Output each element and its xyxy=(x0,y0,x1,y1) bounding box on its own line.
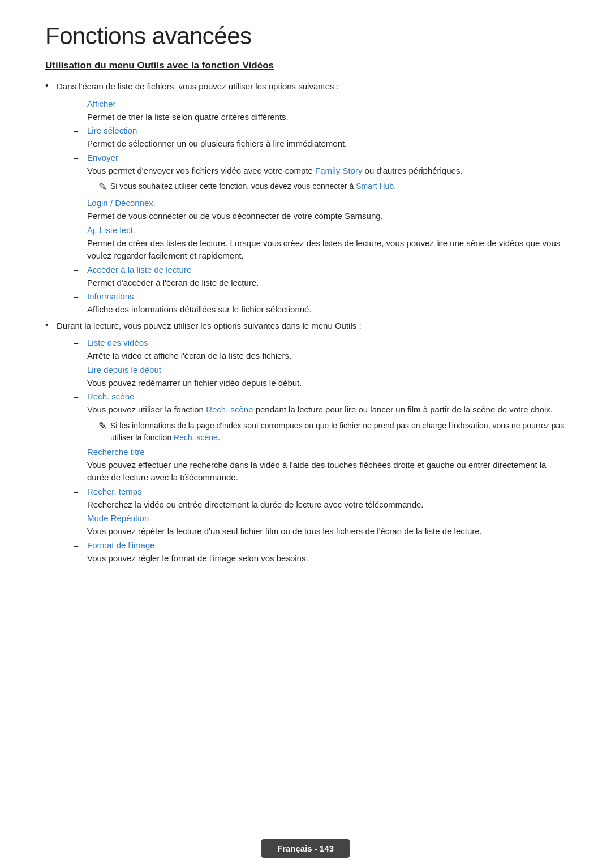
list-item: Login / Déconnex. Permet de vous connect… xyxy=(74,198,566,223)
link-recher-temps[interactable]: Recher. temps xyxy=(87,487,142,496)
bullet1-intro: Dans l'écran de liste de fichiers, vous … xyxy=(57,80,566,93)
sub-item-desc-afficher: Permet de trier la liste selon quatre cr… xyxy=(87,111,566,124)
section-title: Utilisation du menu Outils avec la fonct… xyxy=(45,60,566,71)
link-rech-scene-note[interactable]: Rech. scène xyxy=(174,433,218,442)
note-text-envoyer: Si vous souhaitez utiliser cette fonctio… xyxy=(110,181,396,192)
link-deconnex[interactable]: Déconnex. xyxy=(115,198,156,208)
list-item: Format de l'image Vous pouvez régler le … xyxy=(74,540,566,565)
sub-item-label-rech-scene: Rech. scène xyxy=(87,392,566,401)
link-mode-repetition[interactable]: Mode Répétition xyxy=(87,513,149,523)
sub-item-label-liste-videos: Liste des vidéos xyxy=(87,338,566,347)
list-item: Recher. temps Recherchez la vidéo ou ent… xyxy=(74,487,566,512)
sub-item-label-envoyer: Envoyer xyxy=(87,153,566,162)
sub-item-label-recher-temps: Recher. temps xyxy=(87,487,566,496)
sub-item-desc-informations: Affiche des informations détaillées sur … xyxy=(87,303,566,316)
sub-item-label-afficher: Afficher xyxy=(87,99,566,109)
sub-item-label-informations: Informations xyxy=(87,291,566,301)
link-login[interactable]: Login xyxy=(87,198,108,208)
list-item: Aj. Liste lect. Permet de créer des list… xyxy=(74,225,566,263)
list-item: Lire sélection Permet de sélectionner un… xyxy=(74,126,566,151)
link-liste-videos[interactable]: Liste des vidéos xyxy=(87,338,148,347)
note-icon-2: ✎ xyxy=(98,419,107,434)
sub-item-label-login: Login / Déconnex. xyxy=(87,198,566,208)
rech-scene-note: ✎ Si les informations de la page d'index… xyxy=(98,420,566,444)
list-item: Accéder à la liste de lecture Permet d'a… xyxy=(74,265,566,290)
sub-item-label-lire-selection: Lire sélection xyxy=(87,126,566,135)
sub-item-desc-format-image: Vous pouvez régler le format de l'image … xyxy=(87,552,566,565)
sub-item-label-format-image: Format de l'image xyxy=(87,540,566,550)
sub-item-desc-lire-selection: Permet de sélectionner un ou plusieurs f… xyxy=(87,137,566,151)
sub-item-label-lire-debut: Lire depuis le début xyxy=(87,365,566,375)
sub-item-desc-rech-scene: Vous pouvez utiliser la fonction Rech. s… xyxy=(87,403,566,416)
sub-item-desc-aj-liste: Permet de créer des listes de lecture. L… xyxy=(87,237,566,263)
link-rech-scene-inline[interactable]: Rech. scène xyxy=(206,405,253,414)
sub-item-desc-liste-videos: Arrête la vidéo et affiche l'écran de la… xyxy=(87,350,566,363)
link-recherche-titre[interactable]: Recherche titre xyxy=(87,447,145,457)
list-item: Lire depuis le début Vous pouvez redémar… xyxy=(74,365,566,390)
link-smart-hub[interactable]: Smart Hub xyxy=(356,182,394,191)
sub-list-1: Afficher Permet de trier la liste selon … xyxy=(74,99,566,316)
list-item: Envoyer Vous permet d'envoyer vos fichie… xyxy=(74,153,566,195)
envoyer-desc-prefix: Vous permet d'envoyer vos fichiers vidéo… xyxy=(87,166,315,175)
sub-item-desc-recher-temps: Recherchez la vidéo ou entrée directemen… xyxy=(87,499,566,512)
sub-item-desc-acceder: Permet d'accéder à l'écran de liste de l… xyxy=(87,277,566,290)
link-informations[interactable]: Informations xyxy=(87,291,134,301)
link-format-image[interactable]: Format de l'image xyxy=(87,540,155,550)
list-item: Recherche titre Vous pouvez effectuer un… xyxy=(74,447,566,484)
link-afficher[interactable]: Afficher xyxy=(87,99,116,109)
note-text-rech-scene: Si les informations de la page d'index s… xyxy=(110,420,566,444)
page-title: Fonctions avancées xyxy=(45,23,566,50)
envoyer-desc-mid: ou d'autres périphériques. xyxy=(362,166,462,175)
sub-item-desc-recherche-titre: Vous pouvez effectuer une recherche dans… xyxy=(87,459,566,484)
link-lire-selection[interactable]: Lire sélection xyxy=(87,126,137,135)
link-acceder[interactable]: Accéder à la liste de lecture xyxy=(87,265,191,274)
sub-item-label-mode-repetition: Mode Répétition xyxy=(87,513,566,523)
footer-bar: Français - 143 xyxy=(0,831,611,868)
footer-label: Français - 143 xyxy=(261,839,350,858)
sub-item-desc-login: Permet de vous connecter ou de vous déco… xyxy=(87,210,566,223)
list-item: Informations Affiche des informations dé… xyxy=(74,291,566,316)
bullet2-intro: Durant la lecture, vous pouvez utiliser … xyxy=(57,320,566,333)
note-icon: ✎ xyxy=(98,179,107,195)
link-rech-scene[interactable]: Rech. scène xyxy=(87,392,134,401)
sub-item-desc-mode-repetition: Vous pouvez répéter la lecture d'un seul… xyxy=(87,525,566,538)
list-item: Rech. scène Vous pouvez utiliser la fonc… xyxy=(74,392,566,444)
sub-item-label-recherche-titre: Recherche titre xyxy=(87,447,566,457)
envoyer-note: ✎ Si vous souhaitez utiliser cette fonct… xyxy=(98,181,566,195)
list-item: Liste des vidéos Arrête la vidéo et affi… xyxy=(74,338,566,363)
main-list: Dans l'écran de liste de fichiers, vous … xyxy=(45,80,566,565)
sub-item-desc-lire-debut: Vous pouvez redémarrer un fichier vidéo … xyxy=(87,377,566,390)
sub-list-2: Liste des vidéos Arrête la vidéo et affi… xyxy=(74,338,566,565)
main-list-item-2: Durant la lecture, vous pouvez utiliser … xyxy=(45,320,566,565)
link-envoyer[interactable]: Envoyer xyxy=(87,153,118,162)
list-item: Afficher Permet de trier la liste selon … xyxy=(74,99,566,124)
link-family-story[interactable]: Family Story xyxy=(315,166,362,175)
sub-item-label-aj-liste: Aj. Liste lect. xyxy=(87,225,566,235)
link-aj-liste[interactable]: Aj. Liste lect. xyxy=(87,225,135,235)
list-item: Mode Répétition Vous pouvez répéter la l… xyxy=(74,513,566,538)
main-list-item-1: Dans l'écran de liste de fichiers, vous … xyxy=(45,80,566,316)
sub-item-desc-envoyer: Vous permet d'envoyer vos fichiers vidéo… xyxy=(87,165,566,178)
sub-item-label-acceder: Accéder à la liste de lecture xyxy=(87,265,566,274)
link-lire-debut[interactable]: Lire depuis le début xyxy=(87,365,161,375)
